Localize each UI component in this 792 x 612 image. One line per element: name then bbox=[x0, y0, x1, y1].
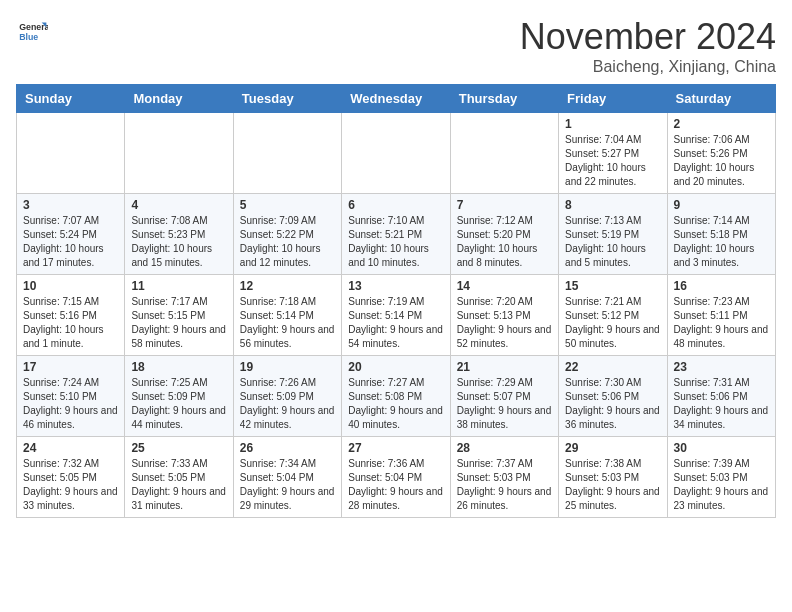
calendar-cell: 15Sunrise: 7:21 AM Sunset: 5:12 PM Dayli… bbox=[559, 275, 667, 356]
day-info: Sunrise: 7:37 AM Sunset: 5:03 PM Dayligh… bbox=[457, 457, 552, 513]
day-number: 8 bbox=[565, 198, 660, 212]
day-number: 22 bbox=[565, 360, 660, 374]
calendar-week-row: 24Sunrise: 7:32 AM Sunset: 5:05 PM Dayli… bbox=[17, 437, 776, 518]
day-info: Sunrise: 7:33 AM Sunset: 5:05 PM Dayligh… bbox=[131, 457, 226, 513]
calendar-cell: 8Sunrise: 7:13 AM Sunset: 5:19 PM Daylig… bbox=[559, 194, 667, 275]
day-number: 3 bbox=[23, 198, 118, 212]
day-info: Sunrise: 7:06 AM Sunset: 5:26 PM Dayligh… bbox=[674, 133, 769, 189]
day-info: Sunrise: 7:21 AM Sunset: 5:12 PM Dayligh… bbox=[565, 295, 660, 351]
day-info: Sunrise: 7:17 AM Sunset: 5:15 PM Dayligh… bbox=[131, 295, 226, 351]
title-section: November 2024 Baicheng, Xinjiang, China bbox=[520, 16, 776, 76]
day-number: 19 bbox=[240, 360, 335, 374]
svg-text:Blue: Blue bbox=[19, 32, 38, 42]
calendar-cell: 3Sunrise: 7:07 AM Sunset: 5:24 PM Daylig… bbox=[17, 194, 125, 275]
day-number: 15 bbox=[565, 279, 660, 293]
calendar-cell: 21Sunrise: 7:29 AM Sunset: 5:07 PM Dayli… bbox=[450, 356, 558, 437]
calendar-week-row: 10Sunrise: 7:15 AM Sunset: 5:16 PM Dayli… bbox=[17, 275, 776, 356]
day-info: Sunrise: 7:12 AM Sunset: 5:20 PM Dayligh… bbox=[457, 214, 552, 270]
calendar-cell: 12Sunrise: 7:18 AM Sunset: 5:14 PM Dayli… bbox=[233, 275, 341, 356]
calendar-cell: 28Sunrise: 7:37 AM Sunset: 5:03 PM Dayli… bbox=[450, 437, 558, 518]
day-info: Sunrise: 7:13 AM Sunset: 5:19 PM Dayligh… bbox=[565, 214, 660, 270]
calendar-day-header: Sunday bbox=[17, 85, 125, 113]
day-info: Sunrise: 7:32 AM Sunset: 5:05 PM Dayligh… bbox=[23, 457, 118, 513]
day-info: Sunrise: 7:19 AM Sunset: 5:14 PM Dayligh… bbox=[348, 295, 443, 351]
calendar-cell bbox=[450, 113, 558, 194]
day-info: Sunrise: 7:34 AM Sunset: 5:04 PM Dayligh… bbox=[240, 457, 335, 513]
day-number: 18 bbox=[131, 360, 226, 374]
calendar-cell bbox=[233, 113, 341, 194]
calendar-cell: 17Sunrise: 7:24 AM Sunset: 5:10 PM Dayli… bbox=[17, 356, 125, 437]
day-number: 29 bbox=[565, 441, 660, 455]
day-number: 21 bbox=[457, 360, 552, 374]
calendar-day-header: Wednesday bbox=[342, 85, 450, 113]
day-info: Sunrise: 7:08 AM Sunset: 5:23 PM Dayligh… bbox=[131, 214, 226, 270]
calendar-header-row: SundayMondayTuesdayWednesdayThursdayFrid… bbox=[17, 85, 776, 113]
day-number: 23 bbox=[674, 360, 769, 374]
calendar-week-row: 3Sunrise: 7:07 AM Sunset: 5:24 PM Daylig… bbox=[17, 194, 776, 275]
calendar-cell: 19Sunrise: 7:26 AM Sunset: 5:09 PM Dayli… bbox=[233, 356, 341, 437]
calendar-week-row: 17Sunrise: 7:24 AM Sunset: 5:10 PM Dayli… bbox=[17, 356, 776, 437]
calendar-day-header: Saturday bbox=[667, 85, 775, 113]
day-info: Sunrise: 7:38 AM Sunset: 5:03 PM Dayligh… bbox=[565, 457, 660, 513]
calendar-cell: 29Sunrise: 7:38 AM Sunset: 5:03 PM Dayli… bbox=[559, 437, 667, 518]
day-info: Sunrise: 7:09 AM Sunset: 5:22 PM Dayligh… bbox=[240, 214, 335, 270]
calendar: SundayMondayTuesdayWednesdayThursdayFrid… bbox=[16, 84, 776, 518]
day-number: 11 bbox=[131, 279, 226, 293]
day-number: 4 bbox=[131, 198, 226, 212]
calendar-day-header: Tuesday bbox=[233, 85, 341, 113]
calendar-cell bbox=[342, 113, 450, 194]
day-number: 28 bbox=[457, 441, 552, 455]
day-number: 30 bbox=[674, 441, 769, 455]
calendar-cell: 14Sunrise: 7:20 AM Sunset: 5:13 PM Dayli… bbox=[450, 275, 558, 356]
day-info: Sunrise: 7:10 AM Sunset: 5:21 PM Dayligh… bbox=[348, 214, 443, 270]
calendar-cell: 18Sunrise: 7:25 AM Sunset: 5:09 PM Dayli… bbox=[125, 356, 233, 437]
calendar-cell: 11Sunrise: 7:17 AM Sunset: 5:15 PM Dayli… bbox=[125, 275, 233, 356]
calendar-cell: 13Sunrise: 7:19 AM Sunset: 5:14 PM Dayli… bbox=[342, 275, 450, 356]
day-number: 7 bbox=[457, 198, 552, 212]
calendar-cell bbox=[125, 113, 233, 194]
calendar-day-header: Thursday bbox=[450, 85, 558, 113]
calendar-cell: 30Sunrise: 7:39 AM Sunset: 5:03 PM Dayli… bbox=[667, 437, 775, 518]
day-info: Sunrise: 7:24 AM Sunset: 5:10 PM Dayligh… bbox=[23, 376, 118, 432]
calendar-cell: 6Sunrise: 7:10 AM Sunset: 5:21 PM Daylig… bbox=[342, 194, 450, 275]
calendar-cell: 2Sunrise: 7:06 AM Sunset: 5:26 PM Daylig… bbox=[667, 113, 775, 194]
day-info: Sunrise: 7:30 AM Sunset: 5:06 PM Dayligh… bbox=[565, 376, 660, 432]
calendar-day-header: Friday bbox=[559, 85, 667, 113]
day-number: 1 bbox=[565, 117, 660, 131]
calendar-cell: 20Sunrise: 7:27 AM Sunset: 5:08 PM Dayli… bbox=[342, 356, 450, 437]
calendar-week-row: 1Sunrise: 7:04 AM Sunset: 5:27 PM Daylig… bbox=[17, 113, 776, 194]
month-title: November 2024 bbox=[520, 16, 776, 58]
day-number: 20 bbox=[348, 360, 443, 374]
logo: General Blue bbox=[16, 16, 48, 48]
calendar-cell: 16Sunrise: 7:23 AM Sunset: 5:11 PM Dayli… bbox=[667, 275, 775, 356]
day-info: Sunrise: 7:07 AM Sunset: 5:24 PM Dayligh… bbox=[23, 214, 118, 270]
calendar-cell: 5Sunrise: 7:09 AM Sunset: 5:22 PM Daylig… bbox=[233, 194, 341, 275]
calendar-cell: 10Sunrise: 7:15 AM Sunset: 5:16 PM Dayli… bbox=[17, 275, 125, 356]
day-info: Sunrise: 7:29 AM Sunset: 5:07 PM Dayligh… bbox=[457, 376, 552, 432]
calendar-cell: 25Sunrise: 7:33 AM Sunset: 5:05 PM Dayli… bbox=[125, 437, 233, 518]
calendar-cell: 22Sunrise: 7:30 AM Sunset: 5:06 PM Dayli… bbox=[559, 356, 667, 437]
day-number: 26 bbox=[240, 441, 335, 455]
day-number: 25 bbox=[131, 441, 226, 455]
calendar-cell: 4Sunrise: 7:08 AM Sunset: 5:23 PM Daylig… bbox=[125, 194, 233, 275]
calendar-cell: 7Sunrise: 7:12 AM Sunset: 5:20 PM Daylig… bbox=[450, 194, 558, 275]
day-number: 10 bbox=[23, 279, 118, 293]
calendar-cell bbox=[17, 113, 125, 194]
calendar-day-header: Monday bbox=[125, 85, 233, 113]
day-number: 6 bbox=[348, 198, 443, 212]
day-number: 17 bbox=[23, 360, 118, 374]
calendar-cell: 1Sunrise: 7:04 AM Sunset: 5:27 PM Daylig… bbox=[559, 113, 667, 194]
day-number: 16 bbox=[674, 279, 769, 293]
day-info: Sunrise: 7:15 AM Sunset: 5:16 PM Dayligh… bbox=[23, 295, 118, 351]
day-info: Sunrise: 7:14 AM Sunset: 5:18 PM Dayligh… bbox=[674, 214, 769, 270]
day-info: Sunrise: 7:20 AM Sunset: 5:13 PM Dayligh… bbox=[457, 295, 552, 351]
calendar-cell: 23Sunrise: 7:31 AM Sunset: 5:06 PM Dayli… bbox=[667, 356, 775, 437]
day-info: Sunrise: 7:25 AM Sunset: 5:09 PM Dayligh… bbox=[131, 376, 226, 432]
day-number: 2 bbox=[674, 117, 769, 131]
calendar-cell: 24Sunrise: 7:32 AM Sunset: 5:05 PM Dayli… bbox=[17, 437, 125, 518]
day-info: Sunrise: 7:04 AM Sunset: 5:27 PM Dayligh… bbox=[565, 133, 660, 189]
calendar-cell: 27Sunrise: 7:36 AM Sunset: 5:04 PM Dayli… bbox=[342, 437, 450, 518]
location: Baicheng, Xinjiang, China bbox=[520, 58, 776, 76]
calendar-cell: 26Sunrise: 7:34 AM Sunset: 5:04 PM Dayli… bbox=[233, 437, 341, 518]
day-info: Sunrise: 7:18 AM Sunset: 5:14 PM Dayligh… bbox=[240, 295, 335, 351]
